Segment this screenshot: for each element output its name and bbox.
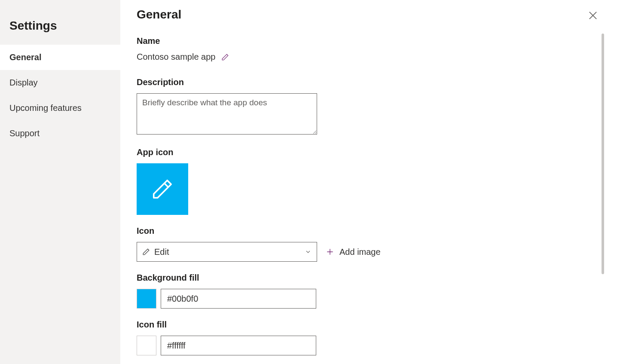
description-input[interactable] bbox=[137, 93, 317, 135]
description-section: Description bbox=[137, 77, 601, 136]
name-value: Contoso sample app bbox=[137, 52, 215, 62]
sidebar-item-label: Display bbox=[9, 78, 38, 87]
icon-section: Icon Edit Add image bbox=[137, 226, 601, 262]
icon-fill-row bbox=[137, 336, 601, 355]
name-row: Contoso sample app bbox=[137, 52, 601, 62]
app-icon-tile[interactable] bbox=[137, 163, 188, 215]
sidebar-title: Settings bbox=[0, 0, 120, 45]
icon-row: Edit Add image bbox=[137, 242, 601, 262]
icon-fill-label: Icon fill bbox=[137, 320, 601, 330]
main-content: General Name Contoso sample app Descript… bbox=[120, 0, 617, 364]
edit-name-icon[interactable] bbox=[221, 53, 229, 61]
sidebar-item-general[interactable]: General bbox=[0, 45, 120, 70]
icon-fill-swatch[interactable] bbox=[137, 336, 156, 355]
sidebar-item-label: Upcoming features bbox=[9, 103, 82, 113]
app-icon-section: App icon bbox=[137, 147, 601, 215]
add-image-label: Add image bbox=[339, 247, 381, 257]
icon-dropdown-label: Edit bbox=[154, 247, 300, 257]
background-fill-row bbox=[137, 289, 601, 309]
plus-icon bbox=[326, 248, 334, 256]
chevron-down-icon bbox=[305, 248, 312, 255]
sidebar-item-support[interactable]: Support bbox=[0, 121, 120, 146]
pencil-icon bbox=[142, 248, 150, 256]
icon-dropdown[interactable]: Edit bbox=[137, 242, 317, 262]
sidebar-item-label: Support bbox=[9, 128, 40, 138]
close-icon[interactable] bbox=[587, 9, 599, 21]
icon-fill-section: Icon fill bbox=[137, 320, 601, 355]
icon-fill-input[interactable] bbox=[161, 336, 316, 355]
scrollbar-thumb[interactable] bbox=[602, 34, 604, 274]
add-image-button[interactable]: Add image bbox=[326, 247, 381, 257]
app-icon-label: App icon bbox=[137, 147, 601, 157]
sidebar-item-upcoming-features[interactable]: Upcoming features bbox=[0, 95, 120, 121]
page-title: General bbox=[137, 8, 601, 21]
settings-sidebar: Settings General Display Upcoming featur… bbox=[0, 0, 120, 364]
background-fill-swatch[interactable] bbox=[137, 289, 156, 309]
background-fill-label: Background fill bbox=[137, 273, 601, 283]
icon-label: Icon bbox=[137, 226, 601, 236]
pencil-icon bbox=[151, 177, 174, 201]
background-fill-section: Background fill bbox=[137, 273, 601, 309]
description-label: Description bbox=[137, 77, 601, 87]
name-section: Name Contoso sample app bbox=[137, 36, 601, 62]
name-label: Name bbox=[137, 36, 601, 46]
sidebar-item-label: General bbox=[9, 52, 41, 62]
background-fill-input[interactable] bbox=[161, 289, 316, 309]
sidebar-item-display[interactable]: Display bbox=[0, 70, 120, 95]
